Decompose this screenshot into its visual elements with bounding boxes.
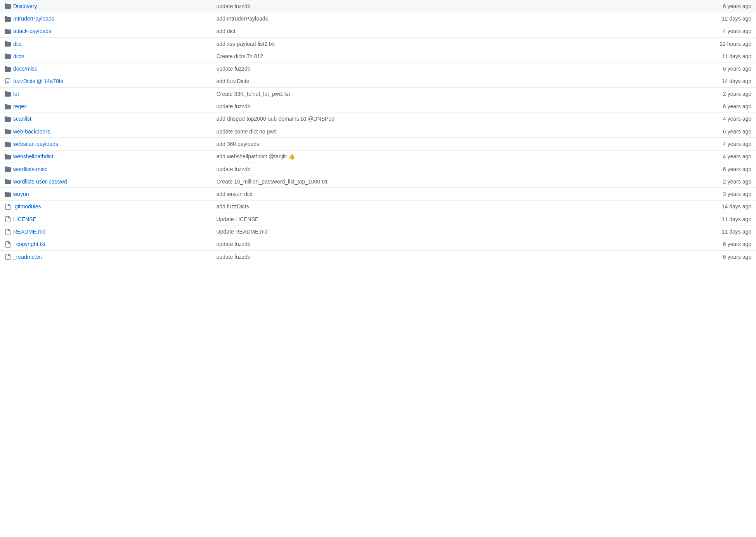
file-link[interactable]: lot: [5, 90, 19, 97]
submodule-icon: [5, 78, 11, 85]
file-link[interactable]: wordlists-user-passwd: [5, 178, 67, 185]
folder-icon: [5, 3, 11, 9]
table-row: regex update fuzzdb 6 years ago: [0, 100, 756, 113]
commit-message: update fuzzdb: [216, 166, 250, 172]
commit-message: Update README.md: [216, 229, 267, 235]
commit-age: 6 years ago: [723, 241, 751, 247]
file-name: lot: [13, 91, 19, 97]
file-link[interactable]: _readme.txt: [5, 253, 42, 260]
folder-icon: [5, 15, 11, 22]
table-row: wordlists-misc update fuzzdb 6 years ago: [0, 163, 756, 175]
file-link[interactable]: scanlist: [5, 116, 31, 122]
commit-message: add webshellpathdict @tanjiti 👍: [216, 153, 295, 159]
table-row: webscan-payloads add 360 payloads 4 year…: [0, 138, 756, 150]
commit-message: update fuzzdb: [216, 66, 250, 72]
commit-age: 3 years ago: [723, 191, 751, 197]
file-name: dict: [13, 41, 22, 47]
file-link[interactable]: dicts: [5, 53, 24, 59]
file-link[interactable]: wordlists-misc: [5, 166, 47, 172]
commit-age: 4 years ago: [723, 116, 751, 122]
table-row: wuyun add wuyun dict 3 years ago: [0, 188, 756, 200]
file-link[interactable]: dict: [5, 40, 22, 47]
folder-icon: [5, 178, 11, 185]
table-row: fuzzDicts @ 14a70fe add fuzzDicts 14 day…: [0, 75, 756, 87]
commit-age: 11 days ago: [722, 53, 751, 59]
file-name: _readme.txt: [13, 254, 42, 260]
commit-message: add dnspod-top2000-sub-domains.txt @DNSP…: [216, 116, 335, 122]
table-row: web-backdoors update some dict no pwd 6 …: [0, 125, 756, 137]
commit-message: add IntruderPayloads: [216, 16, 268, 22]
commit-age: 4 years ago: [723, 28, 751, 34]
commit-age: 6 years ago: [723, 103, 751, 109]
file-list: Discovery update fuzzdb 6 years ago Intr…: [0, 0, 756, 263]
table-row: attack-payloads add dict 4 years ago: [0, 25, 756, 37]
file-link[interactable]: docs/misc: [5, 65, 37, 72]
table-row: README.md Update README.md 11 days ago: [0, 225, 756, 238]
file-link[interactable]: wuyun: [5, 191, 29, 197]
file-link[interactable]: Discovery: [5, 3, 37, 9]
file-link[interactable]: README.md: [5, 228, 45, 235]
folder-icon: [5, 128, 11, 135]
commit-message: add dict: [216, 28, 235, 34]
commit-age: 11 days ago: [722, 216, 751, 222]
commit-message: add fuzzDicts: [216, 78, 249, 84]
file-name: README.md: [13, 229, 45, 235]
file-name: wuyun: [13, 191, 29, 197]
file-name: attack-payloads: [13, 28, 51, 34]
file-name: dicts: [13, 53, 24, 59]
file-icon: [5, 203, 11, 210]
folder-icon: [5, 28, 11, 35]
folder-icon: [5, 166, 11, 172]
file-link[interactable]: attack-payloads: [5, 28, 51, 35]
commit-age: 6 years ago: [723, 254, 751, 260]
commit-message: update some dict no pwd: [216, 128, 277, 135]
folder-icon: [5, 191, 11, 197]
file-name: Discovery: [13, 3, 37, 9]
file-name: fuzzDicts @ 14a70fe: [13, 78, 63, 84]
file-link[interactable]: _copyright.txt: [5, 241, 45, 248]
file-link[interactable]: web-backdoors: [5, 128, 50, 135]
file-icon: [5, 241, 11, 248]
table-row: webshellpathdict add webshellpathdict @t…: [0, 150, 756, 163]
commit-age: 14 days ago: [722, 78, 751, 84]
commit-age: 6 years ago: [723, 3, 751, 9]
commit-age: 14 days ago: [722, 203, 751, 210]
commit-message: add xss-payload-list2.txt: [216, 41, 274, 47]
table-row: dicts Create dicts.7z.012 11 days ago: [0, 50, 756, 62]
commit-age: 6 years ago: [723, 166, 751, 172]
file-link[interactable]: IntruderPayloads: [5, 15, 54, 22]
commit-message: Create 33K_telnet_lot_pwd.list: [216, 91, 290, 97]
commit-message: update fuzzdb: [216, 3, 250, 9]
file-name: wordlists-user-passwd: [13, 178, 67, 185]
file-link[interactable]: regex: [5, 103, 27, 109]
file-link[interactable]: .gitmodules: [5, 203, 41, 210]
table-row: dict add xss-payload-list2.txt 22 hours …: [0, 37, 756, 50]
table-row: LICENSE Update LICENSE 11 days ago: [0, 213, 756, 225]
folder-icon: [5, 103, 11, 109]
commit-age: 11 days ago: [722, 229, 751, 235]
commit-message: add 360 payloads: [216, 141, 259, 147]
file-link[interactable]: fuzzDicts @ 14a70fe: [5, 78, 63, 85]
folder-icon: [5, 65, 11, 72]
commit-message: Create dicts.7z.012: [216, 53, 263, 59]
table-row: Discovery update fuzzdb 6 years ago: [0, 0, 756, 12]
file-name: webscan-payloads: [13, 141, 58, 147]
folder-icon: [5, 116, 11, 122]
file-name: webshellpathdict: [13, 153, 54, 159]
table-row: IntruderPayloads add IntruderPayloads 12…: [0, 12, 756, 25]
file-link[interactable]: LICENSE: [5, 216, 36, 222]
commit-age: 4 years ago: [723, 141, 751, 147]
commit-age: 12 days ago: [722, 16, 751, 22]
commit-age: 6 years ago: [723, 66, 751, 72]
file-name: docs/misc: [13, 66, 37, 72]
file-name: web-backdoors: [13, 128, 50, 135]
file-link[interactable]: webshellpathdict: [5, 153, 54, 160]
commit-message: add fuzzDicts: [216, 203, 249, 210]
file-link[interactable]: webscan-payloads: [5, 140, 58, 147]
folder-icon: [5, 153, 11, 160]
file-icon: [5, 253, 11, 260]
file-name: regex: [13, 103, 27, 109]
table-row: _readme.txt update fuzzdb 6 years ago: [0, 250, 756, 263]
file-name: wordlists-misc: [13, 166, 47, 172]
table-row: .gitmodules add fuzzDicts 14 days ago: [0, 200, 756, 213]
